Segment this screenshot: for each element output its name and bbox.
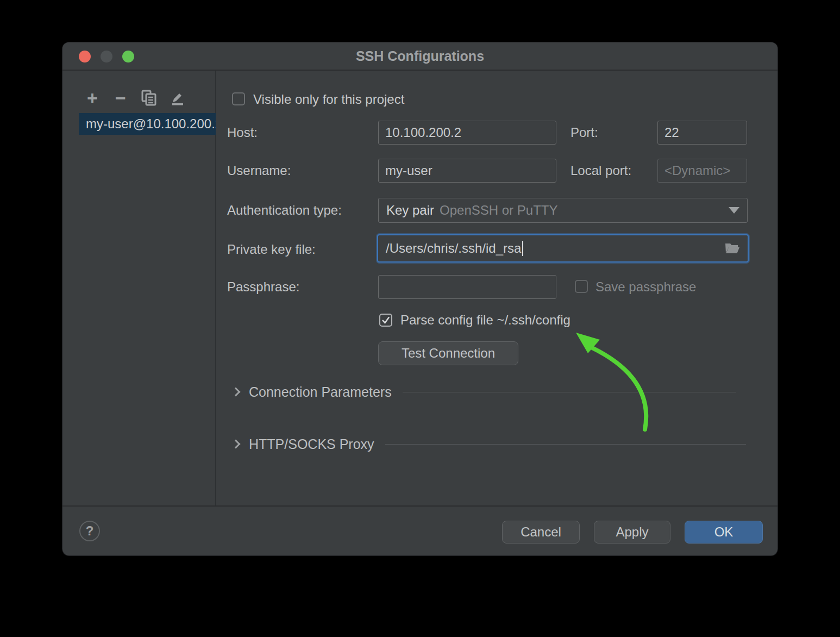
port-input[interactable] <box>657 121 747 145</box>
section-label: Connection Parameters <box>249 384 392 400</box>
port-label: Port: <box>571 121 598 145</box>
passphrase-label: Passphrase: <box>227 275 299 299</box>
section-rule <box>385 444 746 445</box>
auth-type-hint: OpenSSH or PuTTY <box>440 203 729 218</box>
section-label: HTTP/SOCKS Proxy <box>249 436 374 452</box>
ssh-configurations-dialog: SSH Configurations + − <box>62 42 778 555</box>
edit-configuration-button[interactable] <box>167 88 187 108</box>
save-passphrase-label: Save passphrase <box>595 279 696 295</box>
apply-button[interactable]: Apply <box>594 521 670 544</box>
dialog-title: SSH Configurations <box>62 42 778 70</box>
visible-only-checkbox[interactable] <box>232 92 245 105</box>
plus-icon: + <box>87 88 98 109</box>
footer-divider <box>62 505 778 507</box>
add-configuration-button[interactable]: + <box>83 88 102 108</box>
auth-type-dropdown[interactable]: Key pair OpenSSH or PuTTY <box>378 198 748 223</box>
test-connection-button[interactable]: Test Connection <box>378 341 518 365</box>
chevron-right-icon <box>231 440 241 449</box>
text-caret <box>522 241 523 256</box>
username-input[interactable] <box>378 159 556 183</box>
local-port-input[interactable] <box>657 159 747 183</box>
help-button[interactable]: ? <box>79 521 100 541</box>
question-mark-icon: ? <box>86 523 94 539</box>
visible-only-label: Visible only for this project <box>253 92 404 107</box>
minus-icon: − <box>115 88 126 109</box>
copy-icon <box>141 90 156 106</box>
passphrase-input[interactable] <box>378 275 556 299</box>
private-key-value: /Users/chris/.ssh/id_rsa <box>386 241 521 256</box>
username-label: Username: <box>227 159 291 183</box>
chevron-down-icon <box>729 207 739 214</box>
parse-config-label: Parse config file ~/.ssh/config <box>400 313 571 328</box>
host-label: Host: <box>227 121 258 145</box>
auth-type-label: Authentication type: <box>227 198 342 222</box>
edit-pencil-icon <box>169 90 185 106</box>
http-socks-proxy-section[interactable]: HTTP/SOCKS Proxy <box>233 436 750 452</box>
chevron-right-icon <box>231 388 241 397</box>
local-port-label: Local port: <box>571 159 631 183</box>
parse-config-checkbox[interactable] <box>379 314 392 327</box>
connection-parameters-section[interactable]: Connection Parameters <box>233 384 750 400</box>
remove-configuration-button[interactable]: − <box>111 88 130 108</box>
cancel-button[interactable]: Cancel <box>502 521 580 544</box>
sidebar-divider <box>215 71 216 505</box>
title-bar: SSH Configurations <box>62 42 778 71</box>
checkmark-icon <box>380 315 391 326</box>
auth-type-value: Key pair <box>386 203 434 218</box>
private-key-input[interactable]: /Users/chris/.ssh/id_rsa <box>377 234 749 263</box>
host-input[interactable] <box>378 121 556 145</box>
screen-background: SSH Configurations + − <box>0 0 840 637</box>
private-key-label: Private key file: <box>227 236 316 263</box>
section-rule <box>403 392 736 392</box>
ok-button[interactable]: OK <box>685 521 763 544</box>
browse-folder-icon[interactable] <box>725 242 740 255</box>
sidebar-item-ssh-config[interactable]: my-user@10.100.200.2:22 <box>79 113 216 135</box>
copy-configuration-button[interactable] <box>139 88 159 108</box>
save-passphrase-checkbox[interactable] <box>575 280 588 293</box>
